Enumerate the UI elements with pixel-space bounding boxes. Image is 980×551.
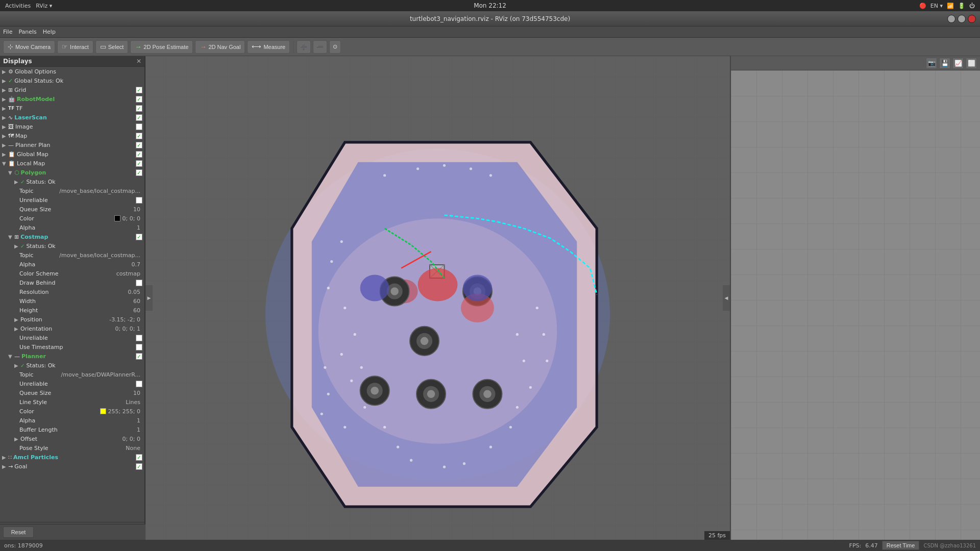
grid-label: Grid [14, 87, 135, 93]
maximize-icon-button[interactable]: ⬜ [966, 58, 977, 69]
right-collapse-button[interactable]: ◀ [723, 285, 730, 311]
display-item-amcl-particles[interactable]: ▶ ∷ Amcl Particles ✓ [0, 453, 144, 462]
left-collapse-button[interactable]: ▶ [145, 285, 153, 311]
tf-checkbox[interactable]: ✓ [136, 105, 142, 112]
pose-estimate-label: 2D Pose Estimate [143, 44, 188, 50]
reset-time-button[interactable]: Reset Time [882, 541, 920, 550]
display-item-global-map[interactable]: ▶ 📋 Global Map ✓ [0, 149, 144, 159]
robot-model-checkbox[interactable]: ✓ [136, 96, 142, 103]
display-item-costmap-height: Height 60 [0, 306, 144, 315]
display-item-costmap-position[interactable]: ▶ Position -3.15; -2; 0 [0, 315, 144, 324]
display-item-image[interactable]: ▶ 🖼 Image [0, 122, 144, 131]
display-item-goal[interactable]: ▶ → Goal ✓ [0, 462, 144, 471]
arrow-icon: ▶ [2, 142, 7, 148]
global-map-checkbox[interactable]: ✓ [136, 151, 142, 158]
display-item-planner-line-style: Line Style Lines [0, 397, 144, 407]
display-item-polygon-status[interactable]: ▶ ✓ Status: Ok [0, 177, 144, 186]
display-item-planner[interactable]: ▼ — Planner ✓ [0, 352, 144, 361]
planner-unreliable-checkbox[interactable] [136, 381, 142, 387]
save-icon-button[interactable]: 💾 [939, 58, 950, 69]
costmap-draw-behind-checkbox[interactable] [136, 280, 142, 286]
display-item-map[interactable]: ▶ 🗺 Map ✓ [0, 131, 144, 140]
displays-scroll[interactable]: ▶ ⚙ Global Options ▶ ✓ Global Status: Ok… [0, 67, 144, 522]
planner-label: Planner [21, 353, 135, 360]
svg-point-54 [344, 426, 346, 429]
display-item-planner-alpha: Alpha 1 [0, 416, 144, 425]
camera-icon-button[interactable]: 📷 [926, 58, 937, 69]
planner-checkbox[interactable]: ✓ [136, 353, 142, 360]
svg-point-43 [509, 426, 512, 429]
costmap-checkbox[interactable]: ✓ [136, 234, 142, 240]
focus-button[interactable]: ⊙ [329, 40, 341, 54]
select-button[interactable]: ▭ Select [95, 40, 129, 54]
display-item-laser-scan[interactable]: ▶ ∿ LaserScan ✓ [0, 113, 144, 122]
planner-line-style-label: Line Style [19, 399, 126, 406]
close-button[interactable] [968, 15, 976, 23]
display-item-global-status[interactable]: ▶ ✓ Global Status: Ok [0, 76, 144, 85]
grid-checkbox[interactable]: ✓ [136, 87, 142, 93]
display-item-costmap-unreliable: Unreliable [0, 333, 144, 342]
polygon-checkbox[interactable]: ✓ [136, 169, 142, 176]
polygon-unreliable-checkbox[interactable] [136, 197, 142, 204]
planner-color-swatch[interactable] [100, 408, 106, 414]
arrow-icon: ▶ [2, 106, 7, 111]
interact-button[interactable]: ☞ Interact [57, 40, 93, 54]
map-checkbox[interactable]: ✓ [136, 133, 142, 139]
display-item-planner-offset[interactable]: ▶ Offset 0; 0; 0 [0, 434, 144, 443]
displays-close-icon[interactable]: ✕ [136, 58, 141, 65]
svg-point-40 [443, 466, 446, 468]
3d-viewport[interactable] [731, 70, 980, 540]
app-label[interactable]: RViz ▾ [36, 3, 52, 9]
display-item-planner-color: Color 255; 255; 0 [0, 407, 144, 416]
display-item-tf[interactable]: ▶ TF TF ✓ [0, 104, 144, 113]
menu-help[interactable]: Help [43, 29, 56, 35]
minimize-button[interactable] [947, 15, 955, 23]
center-viewport[interactable]: ◀ ▶ 25 fps [145, 56, 730, 540]
arrow-icon: ▶ [14, 436, 19, 442]
nav-goal-button[interactable]: → 2D Nav Goal [195, 40, 245, 54]
display-item-global-options[interactable]: ▶ ⚙ Global Options [0, 67, 144, 76]
reset-button[interactable]: Reset [3, 527, 34, 538]
local-map-checkbox[interactable]: ✓ [136, 160, 142, 167]
planner-plan-checkbox[interactable]: ✓ [136, 142, 142, 148]
display-item-costmap-orientation[interactable]: ▶ Orientation 0; 0; 0; 1 [0, 324, 144, 333]
costmap-timestamp-checkbox[interactable] [136, 344, 142, 350]
arrow-icon: ▶ [14, 243, 19, 249]
pose-estimate-button[interactable]: → 2D Pose Estimate [130, 40, 193, 54]
activities-label[interactable]: Activities [5, 3, 31, 9]
planner-pose-style-value: None [126, 445, 140, 452]
display-item-costmap[interactable]: ▼ ⊞ Costmap ✓ [0, 232, 144, 241]
costmap-height-value: 60 [133, 307, 140, 314]
display-item-planner-unreliable: Unreliable [0, 379, 144, 388]
measure-button[interactable]: ⟷ Measure [247, 40, 290, 54]
display-item-planner-status[interactable]: ▶ ✓ Status: Ok [0, 361, 144, 370]
display-item-planner-plan[interactable]: ▶ — Planner Plan ✓ [0, 140, 144, 149]
display-item-grid[interactable]: ▶ ⊞ Grid ✓ [0, 85, 144, 94]
reset-panel: Reset [0, 524, 145, 540]
zoom-in-button[interactable]: ➕ [297, 40, 311, 54]
polygon-color-swatch[interactable] [114, 215, 120, 221]
svg-point-44 [516, 406, 519, 409]
window-controls[interactable] [947, 15, 976, 23]
displays-title: Displays [3, 58, 32, 65]
display-item-costmap-status[interactable]: ▶ ✓ Status: Ok [0, 241, 144, 251]
polygon-topic-value: /move_base/local_costmap... [59, 188, 140, 194]
display-item-local-map[interactable]: ▼ 📋 Local Map ✓ [0, 159, 144, 168]
chart-icon-button[interactable]: 📈 [952, 58, 964, 69]
zoom-out-button[interactable]: ➖ [313, 40, 327, 54]
menu-panels[interactable]: Panels [18, 29, 36, 35]
costmap-unreliable-checkbox[interactable] [136, 335, 142, 341]
display-item-polygon[interactable]: ▼ ⬡ Polygon ✓ [0, 168, 144, 177]
goal-checkbox[interactable]: ✓ [136, 463, 142, 470]
menu-file[interactable]: File [3, 29, 12, 35]
tf-label: TF [16, 105, 135, 112]
display-item-robot-model[interactable]: ▶ 🤖 RobotModel ✓ [0, 94, 144, 104]
image-checkbox[interactable] [136, 123, 142, 130]
maximize-button[interactable] [958, 15, 966, 23]
move-camera-button[interactable]: ⊹ Move Camera [3, 40, 55, 54]
svg-point-55 [536, 307, 538, 309]
amcl-particles-checkbox[interactable]: ✓ [136, 454, 142, 461]
display-item-costmap-draw-behind: Draw Behind [0, 278, 144, 287]
window-title: turtlebot3_navigation.rviz - RViz (on 73… [410, 15, 570, 22]
laser-scan-checkbox[interactable]: ✓ [136, 114, 142, 121]
